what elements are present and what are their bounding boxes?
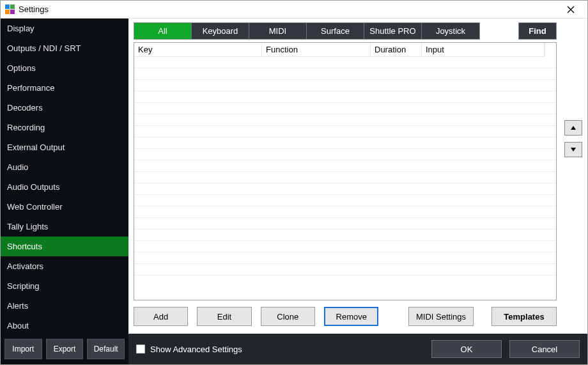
sidebar-item-shortcuts[interactable]: Shortcuts — [1, 237, 128, 256]
sidebar-item-scripting[interactable]: Scripting — [1, 276, 128, 296]
grid-row[interactable] — [134, 91, 556, 103]
sidebar-item-alerts[interactable]: Alerts — [1, 296, 128, 316]
sidebar-item-audio-outputs[interactable]: Audio Outputs — [1, 177, 128, 197]
grid-row[interactable] — [134, 241, 556, 252]
grid-row[interactable] — [134, 229, 556, 241]
sidebar-item-options[interactable]: Options — [1, 58, 128, 78]
app-logo-icon — [4, 4, 15, 15]
sidebar-item-decoders[interactable]: Decoders — [1, 98, 128, 118]
tab-surface[interactable]: Surface — [307, 23, 364, 39]
grid-row[interactable] — [134, 252, 556, 264]
show-advanced-checkbox[interactable] — [136, 345, 145, 353]
filter-tabs: All Keyboard MIDI Surface Shuttle PRO Jo… — [134, 22, 480, 40]
tab-all[interactable]: All — [134, 23, 192, 39]
column-function[interactable]: Function — [262, 43, 371, 57]
export-button[interactable]: Export — [46, 339, 84, 359]
grid-row[interactable] — [134, 103, 556, 114]
sidebar: Display Outputs / NDI / SRT Options Perf… — [1, 19, 128, 364]
titlebar: Settings — [1, 1, 587, 19]
move-down-button[interactable] — [564, 142, 582, 157]
sidebar-item-tally-lights[interactable]: Tally Lights — [1, 217, 128, 237]
move-up-button[interactable] — [564, 120, 582, 136]
add-button[interactable]: Add — [134, 307, 188, 326]
grid-body — [134, 57, 556, 300]
sidebar-item-external-output[interactable]: External Output — [1, 137, 128, 157]
grid-row[interactable] — [134, 264, 556, 276]
find-button[interactable]: Find — [518, 22, 557, 40]
remove-button[interactable]: Remove — [324, 307, 378, 326]
arrow-up-icon — [570, 125, 576, 131]
close-icon — [567, 6, 575, 13]
grid-row[interactable] — [134, 195, 556, 206]
reorder-arrows — [564, 120, 582, 157]
tab-joystick[interactable]: Joystick — [422, 23, 479, 39]
sidebar-item-outputs-ndi-srt[interactable]: Outputs / NDI / SRT — [1, 38, 128, 58]
tab-midi[interactable]: MIDI — [249, 23, 307, 39]
close-button[interactable] — [558, 1, 584, 18]
grid-row[interactable] — [134, 149, 556, 160]
sidebar-footer: Import Export Default — [1, 334, 128, 364]
grid-row[interactable] — [134, 80, 556, 91]
show-advanced-label: Show Advanced Settings — [150, 345, 242, 354]
sidebar-item-web-controller[interactable]: Web Controller — [1, 197, 128, 217]
sidebar-item-display[interactable]: Display — [1, 19, 128, 38]
main-panel: All Keyboard MIDI Surface Shuttle PRO Jo… — [128, 19, 587, 364]
ok-button[interactable]: OK — [431, 340, 502, 358]
default-button[interactable]: Default — [87, 339, 125, 359]
grid-row[interactable] — [134, 126, 556, 137]
sidebar-nav: Display Outputs / NDI / SRT Options Perf… — [1, 19, 128, 334]
tab-keyboard[interactable]: Keyboard — [192, 23, 249, 39]
settings-window: Settings Display Outputs / NDI / SRT Opt… — [0, 0, 588, 365]
tabs-row: All Keyboard MIDI Surface Shuttle PRO Jo… — [134, 22, 557, 40]
grid-row[interactable] — [134, 172, 556, 183]
shortcuts-grid[interactable]: Key Function Duration Input — [134, 42, 557, 300]
sidebar-item-performance[interactable]: Performance — [1, 78, 128, 98]
window-title: Settings — [19, 4, 49, 14]
grid-row[interactable] — [134, 160, 556, 172]
grid-row[interactable] — [134, 183, 556, 195]
grid-row[interactable] — [134, 137, 556, 149]
bottom-bar: Show Advanced Settings OK Cancel — [128, 334, 587, 364]
clone-button[interactable]: Clone — [261, 307, 315, 326]
sidebar-item-recording[interactable]: Recording — [1, 118, 128, 137]
arrow-down-icon — [570, 146, 576, 153]
cancel-button[interactable]: Cancel — [509, 340, 580, 358]
sidebar-item-activators[interactable]: Activators — [1, 256, 128, 276]
tab-shuttle-pro[interactable]: Shuttle PRO — [364, 23, 422, 39]
midi-settings-button[interactable]: MIDI Settings — [408, 307, 474, 326]
column-input[interactable]: Input — [422, 43, 545, 57]
grid-row[interactable] — [134, 218, 556, 229]
grid-row[interactable] — [134, 68, 556, 80]
grid-row[interactable] — [134, 206, 556, 218]
column-duration[interactable]: Duration — [371, 43, 422, 57]
action-row: Add Edit Clone Remove MIDI Settings Temp… — [134, 307, 557, 326]
templates-button[interactable]: Templates — [491, 307, 557, 326]
sidebar-item-about[interactable]: About — [1, 316, 128, 334]
grid-header: Key Function Duration Input — [134, 43, 556, 57]
edit-button[interactable]: Edit — [197, 307, 251, 326]
import-button[interactable]: Import — [4, 339, 42, 359]
sidebar-item-audio[interactable]: Audio — [1, 157, 128, 177]
grid-row[interactable] — [134, 57, 556, 68]
column-key[interactable]: Key — [134, 43, 262, 57]
grid-scroll-spacer — [545, 43, 556, 57]
grid-row[interactable] — [134, 114, 556, 126]
